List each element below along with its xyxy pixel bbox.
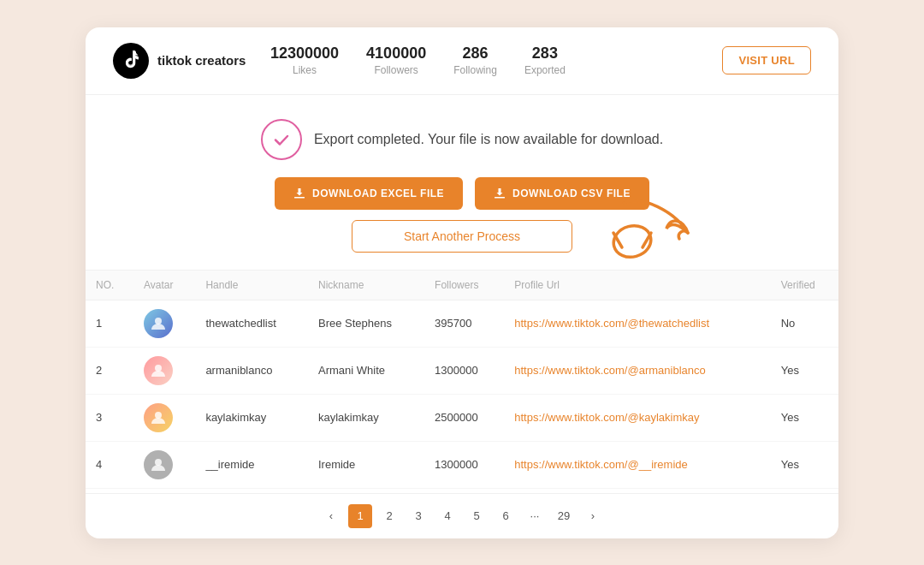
success-message: Export completed. Your file is now avail… (261, 119, 663, 160)
stat-followers: 4100000 Followers (366, 45, 426, 76)
page-6-button[interactable]: 6 (494, 504, 518, 528)
following-label: Following (453, 64, 497, 76)
exported-value: 283 (532, 45, 558, 62)
stat-likes: 12300000 Likes (270, 45, 339, 76)
col-no: NO. (86, 271, 133, 300)
page-1-button[interactable]: 1 (348, 504, 372, 528)
cell-verified: No (771, 300, 838, 347)
cell-verified: Yes (771, 441, 838, 488)
exported-label: Exported (524, 64, 566, 76)
col-nickname: Nickname (308, 271, 424, 300)
page-3-button[interactable]: 3 (406, 504, 430, 528)
avatar (144, 450, 173, 479)
cell-url: https://www.tiktok.com/@kaylakimkay (504, 394, 770, 441)
page-next-button[interactable]: › (581, 504, 605, 528)
svg-point-8 (155, 459, 162, 466)
profile-url-link[interactable]: https://www.tiktok.com/@armaniblanco (514, 364, 705, 377)
stat-following: 286 Following (453, 45, 497, 76)
cell-avatar (133, 347, 195, 394)
followers-value: 4100000 (366, 45, 426, 62)
table-body: 1 thewatchedlist Bree Stephens 395700 ht… (86, 300, 838, 493)
brand-name: tiktok creators (157, 53, 246, 68)
avatar (144, 309, 173, 338)
followers-label: Followers (374, 64, 418, 76)
success-text: Export completed. Your file is now avail… (314, 132, 663, 147)
cell-avatar (133, 441, 195, 488)
download-excel-button[interactable]: DOWNLOAD EXCEL FILE (275, 177, 463, 210)
profile-url-link[interactable]: https://www.tiktok.com/@__iremide (514, 458, 687, 471)
page-2-button[interactable]: 2 (377, 504, 401, 528)
table-scroll-area[interactable]: NO. Avatar Handle Nickname Followers Pro… (86, 271, 838, 493)
cell-followers: 395700 (424, 300, 504, 347)
cell-verified: Yes (771, 488, 838, 493)
cell-url: https://www.tiktok.com/@thewatchedlist (504, 300, 770, 347)
col-handle: Handle (195, 271, 308, 300)
cell-verified: Yes (771, 394, 838, 441)
cell-no: 3 (86, 394, 133, 441)
cell-url: https://www.tiktok.com/@hildabaci (504, 488, 770, 493)
cell-no: 1 (86, 300, 133, 347)
main-card: tiktok creators 12300000 Likes 4100000 F… (86, 27, 838, 538)
cell-nickname: Bree Stephens (308, 300, 424, 347)
cell-avatar (133, 394, 195, 441)
export-section: Export completed. Your file is now avail… (86, 95, 838, 271)
profile-url-link[interactable]: https://www.tiktok.com/@thewatchedlist (514, 317, 709, 330)
col-avatar: Avatar (133, 271, 195, 300)
cell-avatar (133, 488, 195, 493)
page-29-button[interactable]: 29 (552, 504, 576, 528)
table-row: 2 armaniblanco Armani White 1300000 http… (86, 347, 838, 394)
cell-url: https://www.tiktok.com/@__iremide (504, 441, 770, 488)
table-wrapper: NO. Avatar Handle Nickname Followers Pro… (86, 271, 838, 538)
col-url: Profile Url (504, 271, 770, 300)
cell-no: 4 (86, 441, 133, 488)
cell-no: 2 (86, 347, 133, 394)
cell-avatar (133, 300, 195, 347)
cell-no: 5 (86, 488, 133, 493)
likes-value: 12300000 (270, 45, 339, 62)
table-row: 4 __iremide Iremide 1300000 https://www.… (86, 441, 838, 488)
cell-nickname: Armani White (308, 347, 424, 394)
download-buttons-row: DOWNLOAD EXCEL FILE DOWNLOAD CSV FILE (275, 177, 649, 210)
start-another-button[interactable]: Start Another Process (352, 220, 572, 253)
page-ellipsis: ··· (523, 504, 547, 528)
likes-label: Likes (293, 64, 317, 76)
cell-nickname: Hilda Baci (308, 488, 424, 493)
stats-area: 12300000 Likes 4100000 Followers 286 Fol… (270, 45, 702, 76)
cell-nickname: Iremide (308, 441, 424, 488)
profile-url-link[interactable]: https://www.tiktok.com/@kaylakimkay (514, 411, 699, 424)
page-5-button[interactable]: 5 (465, 504, 489, 528)
table-row: 5 hildabaci Hilda Baci 1700000 https://w… (86, 488, 838, 493)
svg-rect-0 (294, 197, 305, 199)
creators-table: NO. Avatar Handle Nickname Followers Pro… (86, 271, 838, 493)
tiktok-logo (113, 43, 149, 79)
svg-rect-1 (495, 197, 505, 199)
visit-url-button[interactable]: VISIT URL (722, 46, 811, 74)
cell-followers: 1700000 (424, 488, 504, 493)
cell-verified: Yes (771, 347, 838, 394)
header: tiktok creators 12300000 Likes 4100000 F… (86, 27, 838, 95)
cell-handle: thewatchedlist (195, 300, 308, 347)
table-row: 3 kaylakimkay kaylakimkay 2500000 https:… (86, 394, 838, 441)
cell-handle: kaylakimkay (195, 394, 308, 441)
arrow-annotation (607, 186, 701, 263)
svg-point-7 (155, 412, 162, 419)
avatar (144, 356, 173, 385)
table-header: NO. Avatar Handle Nickname Followers Pro… (86, 271, 838, 300)
pagination: ‹ 1 2 3 4 5 6 ··· 29 › (86, 493, 838, 538)
col-followers: Followers (424, 271, 504, 300)
page-prev-button[interactable]: ‹ (319, 504, 343, 528)
svg-point-5 (155, 318, 162, 324)
check-circle-icon (261, 119, 302, 160)
following-value: 286 (463, 45, 489, 62)
cell-handle: armaniblanco (195, 347, 308, 394)
cell-nickname: kaylakimkay (308, 394, 424, 441)
cell-followers: 2500000 (424, 394, 504, 441)
table-row: 1 thewatchedlist Bree Stephens 395700 ht… (86, 300, 838, 347)
cell-handle: hildabaci (195, 488, 308, 493)
avatar (144, 403, 173, 432)
cell-followers: 1300000 (424, 347, 504, 394)
stat-exported: 283 Exported (524, 45, 566, 76)
logo-area: tiktok creators (113, 43, 250, 79)
download-excel-icon (293, 187, 305, 199)
page-4-button[interactable]: 4 (435, 504, 459, 528)
